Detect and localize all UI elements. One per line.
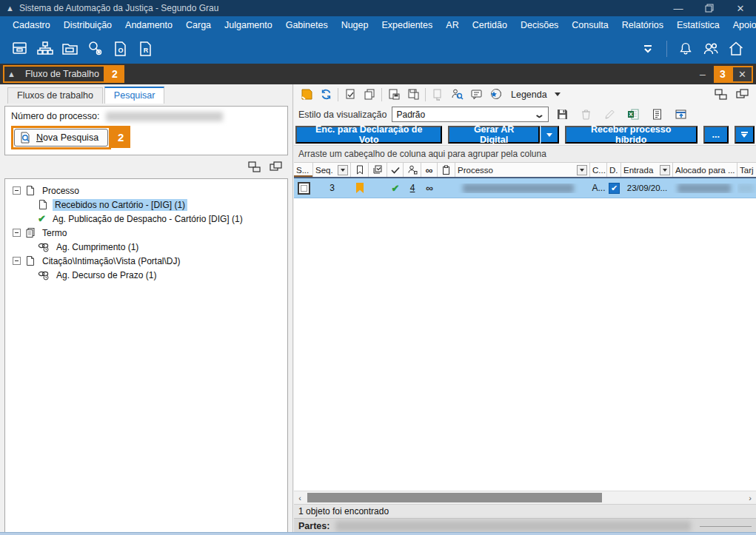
column-seq[interactable]: Seq. bbox=[313, 163, 351, 177]
menu-nugep[interactable]: Nugep bbox=[335, 16, 375, 33]
tree-node-ag-publicacao[interactable]: ✔ Ag. Publicação de Despacho - Cartório … bbox=[8, 212, 284, 226]
column-copy[interactable] bbox=[369, 163, 387, 177]
tab-fluxos-de-trabalho[interactable]: Fluxos de trabalho bbox=[7, 87, 103, 104]
paste-save-icon[interactable] bbox=[384, 87, 404, 103]
column-entrada[interactable]: Entrada bbox=[621, 163, 673, 177]
nova-pesquisa-button[interactable]: Nova Pesquisa bbox=[14, 129, 108, 147]
column-d[interactable]: D. bbox=[607, 163, 621, 177]
collapse-all-icon[interactable] bbox=[715, 89, 727, 100]
table-row[interactable]: 3 ✔ 4 ∞ A... ✔ 23/09/20... bbox=[294, 178, 756, 198]
chevron-down-icon bbox=[555, 92, 561, 96]
tree-node-processo[interactable]: Processo bbox=[8, 184, 284, 198]
menu-cadastro[interactable]: Cadastro bbox=[6, 16, 57, 33]
menu-relatorios[interactable]: Relatórios bbox=[615, 16, 670, 33]
enc-declaracao-voto-button[interactable]: Enc. para Declaração de Voto bbox=[295, 126, 442, 144]
users-icon[interactable] bbox=[698, 38, 723, 60]
expand-all-icon[interactable] bbox=[736, 89, 749, 100]
save-disk-icon[interactable] bbox=[553, 107, 572, 123]
yellow-note-icon[interactable] bbox=[297, 87, 316, 103]
document-o-icon[interactable]: O bbox=[108, 38, 133, 60]
notifications-bell-icon[interactable] bbox=[673, 38, 698, 60]
restore-button[interactable] bbox=[694, 0, 725, 16]
menu-julgamento[interactable]: Julgamento bbox=[218, 16, 279, 33]
comment-icon[interactable] bbox=[466, 87, 486, 103]
column-c[interactable]: C... bbox=[590, 163, 607, 177]
group-by-bar[interactable]: Arraste um cabeçalho de coluna aqui para… bbox=[294, 145, 756, 163]
workflow-close-button[interactable]: ✕ bbox=[732, 66, 753, 83]
audit-search-icon[interactable] bbox=[447, 87, 466, 103]
collapse-expander-icon[interactable] bbox=[13, 257, 21, 265]
star-history-icon[interactable] bbox=[486, 87, 505, 103]
more-actions-button[interactable]: ... bbox=[703, 126, 729, 144]
style-combobox[interactable]: Padrão ⌄ bbox=[392, 107, 549, 122]
tab-pesquisar[interactable]: Pesquisar bbox=[104, 87, 165, 104]
column-select[interactable]: S... bbox=[294, 163, 313, 177]
export-excel-icon[interactable]: X bbox=[624, 107, 643, 123]
receber-processo-hibrido-button[interactable]: Receber processo híbrido bbox=[565, 126, 698, 144]
refresh-icon[interactable] bbox=[316, 87, 335, 103]
window-titlebar: ▲ Sistema de Automação da Justiça - Segu… bbox=[0, 0, 756, 16]
collapse-all-icon[interactable] bbox=[248, 161, 261, 172]
horizontal-scrollbar[interactable]: ‹ › bbox=[294, 491, 756, 504]
menu-expedientes[interactable]: Expedientes bbox=[375, 16, 439, 33]
buttons-overflow-dropdown[interactable] bbox=[735, 126, 755, 144]
toolbar-overflow-icon[interactable] bbox=[635, 38, 660, 60]
filter-button[interactable] bbox=[660, 165, 670, 175]
column-person[interactable] bbox=[404, 163, 421, 177]
workflow-hierarchy-icon[interactable] bbox=[33, 38, 58, 60]
collapse-expander-icon[interactable] bbox=[13, 229, 21, 237]
workflow-minimize-button[interactable]: – bbox=[692, 66, 714, 82]
legend-control[interactable]: Legenda bbox=[511, 90, 561, 100]
search-settings-icon[interactable] bbox=[83, 38, 108, 60]
expand-all-icon[interactable] bbox=[270, 161, 282, 172]
column-tarja[interactable]: Tarj bbox=[737, 163, 756, 177]
gerar-ar-digital-dropdown[interactable] bbox=[541, 126, 559, 144]
row-d-cell: ✔ bbox=[607, 183, 621, 194]
column-alocado[interactable]: Alocado para ... bbox=[673, 163, 737, 177]
tree-label: Citação\Intimação\Vista (Portal\DJ) bbox=[40, 255, 183, 267]
column-processo[interactable]: Processo bbox=[455, 163, 590, 177]
tree-node-recebidos[interactable]: Recebidos no Cartório - [DIG] (1) bbox=[8, 198, 284, 212]
menu-decisoes[interactable]: Decisões bbox=[514, 16, 565, 33]
tree-node-termo[interactable]: Termo bbox=[8, 226, 284, 240]
menu-certidao[interactable]: Certidão bbox=[466, 16, 514, 33]
close-button[interactable]: ✕ bbox=[725, 0, 756, 16]
menu-estatistica[interactable]: Estatística bbox=[670, 16, 726, 33]
column-link[interactable]: ∞ bbox=[421, 163, 438, 177]
row-select-cell[interactable] bbox=[294, 182, 313, 195]
scrollbar-thumb[interactable] bbox=[307, 493, 602, 502]
scroll-left-icon[interactable]: ‹ bbox=[294, 494, 306, 502]
menu-consulta[interactable]: Consulta bbox=[565, 16, 615, 33]
menu-gabinetes[interactable]: Gabinetes bbox=[279, 16, 335, 33]
menu-ar[interactable]: AR bbox=[439, 16, 465, 33]
column-check[interactable] bbox=[387, 163, 404, 177]
copy-document-icon[interactable] bbox=[360, 87, 379, 103]
tree-node-ag-cumprimento[interactable]: Ag. Cumprimento (1) bbox=[8, 240, 284, 254]
menu-carga[interactable]: Carga bbox=[179, 16, 218, 33]
filter-button[interactable] bbox=[577, 165, 587, 175]
folder-window-icon[interactable] bbox=[58, 38, 83, 60]
sheets-icon bbox=[25, 227, 36, 238]
minimize-button[interactable]: — bbox=[663, 0, 694, 16]
select-document-icon[interactable] bbox=[341, 87, 360, 103]
filter-button[interactable] bbox=[338, 165, 348, 175]
document-r-icon[interactable]: R bbox=[133, 38, 158, 60]
menu-andamento[interactable]: Andamento bbox=[118, 16, 179, 33]
row-parties-count-cell[interactable]: 4 bbox=[404, 183, 421, 193]
report-list-icon[interactable] bbox=[648, 107, 667, 123]
export-window-icon[interactable] bbox=[672, 107, 691, 123]
tree-node-ag-decurso[interactable]: Ag. Decurso de Prazo (1) bbox=[8, 268, 284, 282]
column-clipboard[interactable] bbox=[438, 163, 455, 177]
gerar-ar-digital-button[interactable]: Gerar AR Digital bbox=[448, 126, 539, 144]
archive-drawer-icon[interactable] bbox=[7, 38, 33, 60]
save-multiple-icon[interactable] bbox=[404, 87, 423, 103]
row-checkbox[interactable] bbox=[298, 182, 310, 195]
menu-apoio[interactable]: Apoio bbox=[726, 16, 756, 33]
scrollbar-track[interactable] bbox=[306, 491, 744, 504]
column-bookmark[interactable] bbox=[351, 163, 369, 177]
menu-distribuicao[interactable]: Distribuição bbox=[57, 16, 118, 33]
scroll-right-icon[interactable]: › bbox=[744, 494, 756, 502]
home-icon[interactable] bbox=[723, 38, 749, 60]
tree-node-citacao[interactable]: Citação\Intimação\Vista (Portal\DJ) bbox=[8, 254, 284, 268]
collapse-expander-icon[interactable] bbox=[13, 186, 21, 195]
